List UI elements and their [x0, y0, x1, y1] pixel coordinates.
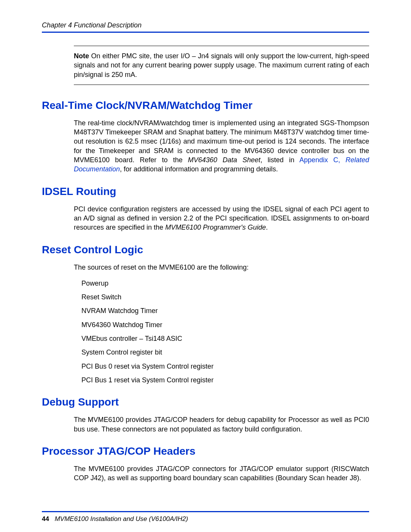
heading-jtag: Processor JTAG/COP Headers	[42, 445, 369, 457]
heading-idsel: IDSEL Routing	[42, 185, 369, 198]
body-idsel: PCI device configuration registers are a…	[74, 204, 369, 232]
list-item: NVRAM Watchdog Timer	[81, 306, 369, 315]
list-item: MV64360 Watchdog Timer	[81, 320, 369, 329]
header-rule	[42, 32, 369, 33]
footer-title: MVME6100 Installation and Use (V6100A/IH…	[55, 515, 188, 522]
idsel-italic-1: MVME6100 Programmer's Guide	[165, 224, 266, 231]
note-label: Note	[74, 52, 89, 60]
rtc-link-appendix[interactable]: Appendix C,	[299, 156, 346, 164]
reset-list: Powerup Reset Switch NVRAM Watchdog Time…	[81, 279, 369, 385]
list-item: PCI Bus 0 reset via System Control regis…	[81, 362, 369, 371]
heading-reset: Reset Control Logic	[42, 244, 369, 256]
note-block: Note On either PMC site, the user I/O – …	[74, 51, 369, 79]
heading-debug: Debug Support	[42, 396, 369, 408]
note-rule-top	[74, 46, 369, 46]
list-item: Reset Switch	[81, 292, 369, 302]
body-jtag: The MVME6100 provides JTAG/COP connector…	[74, 464, 369, 483]
page: Chapter 4 Functional Description Note On…	[0, 0, 411, 532]
rtc-text-3: , for additional information and program…	[120, 165, 278, 173]
chapter-label: Chapter 4 Functional Description	[42, 21, 142, 29]
body-debug: The MVME6100 provides JTAG/COP headers f…	[74, 415, 369, 434]
list-item: PCI Bus 1 reset via System Control regis…	[81, 375, 369, 385]
idsel-text-2: .	[266, 224, 268, 231]
list-item: System Control register bit	[81, 348, 369, 357]
body-rtc: The real-time clock/NVRAM/watchdog timer…	[74, 118, 369, 174]
note-rule-bottom	[74, 85, 369, 85]
note-text: On either PMC site, the user I/O – Jn4 s…	[74, 52, 369, 78]
list-item: VMEbus controller – Tsi148 ASIC	[81, 334, 369, 343]
body-reset-intro: The sources of reset on the MVME6100 are…	[74, 263, 369, 272]
rtc-italic-1: MV64360 Data Sheet	[188, 156, 260, 164]
page-header: Chapter 4 Functional Description	[42, 21, 369, 29]
heading-rtc: Real-Time Clock/NVRAM/Watchdog Timer	[42, 99, 369, 112]
page-number: 44	[42, 515, 49, 522]
page-footer: 44 MVME6100 Installation and Use (V6100A…	[42, 515, 369, 523]
list-item: Powerup	[81, 279, 369, 288]
footer-rule	[42, 511, 369, 512]
rtc-text-2: , listed in	[260, 156, 299, 164]
